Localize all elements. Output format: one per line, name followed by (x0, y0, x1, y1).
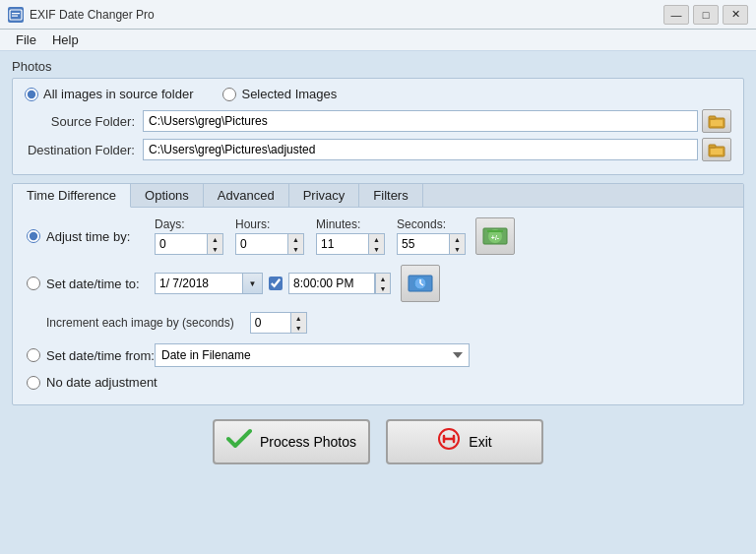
minutes-spinbox: Minutes: ▲ ▼ (316, 217, 385, 255)
time-checkbox[interactable] (269, 277, 283, 290)
hours-up-arrow[interactable]: ▲ (288, 234, 303, 244)
svg-rect-5 (711, 120, 723, 126)
set-datetime-row: Set date/time to: ▼ ▲ ▼ (27, 265, 729, 302)
source-folder-browse-button[interactable] (702, 109, 731, 133)
days-down-arrow[interactable]: ▼ (208, 244, 222, 254)
process-icon (226, 428, 252, 456)
titlebar: EXIF Date Changer Pro — □ ✕ (0, 0, 756, 30)
increment-row: Increment each image by (seconds) ▲ ▼ (27, 312, 729, 334)
adjust-time-row: Adjust time by: Days: ▲ ▼ Hours (27, 217, 729, 255)
window-controls: — □ ✕ (663, 5, 748, 25)
tab-options[interactable]: Options (131, 184, 204, 207)
photos-panel: All images in source folder Selected Ima… (12, 78, 744, 175)
bottom-bar: Process Photos Exit (12, 419, 744, 464)
days-up-arrow[interactable]: ▲ (208, 234, 222, 244)
source-folder-label: Source Folder: (25, 114, 143, 129)
increment-up-arrow[interactable]: ▲ (291, 313, 306, 323)
tab-time-difference[interactable]: Time Difference (13, 184, 131, 208)
set-datetime-image-btn[interactable] (401, 265, 440, 302)
menubar: File Help (0, 30, 756, 51)
svg-rect-4 (709, 116, 716, 119)
time-arrows: ▲ ▼ (375, 273, 391, 294)
photos-section-label: Photos (12, 59, 744, 74)
tab-advanced[interactable]: Advanced (204, 184, 289, 207)
app-icon (8, 7, 24, 23)
increment-down-arrow[interactable]: ▼ (291, 323, 306, 333)
adjust-time-image-btn[interactable]: +/- (475, 217, 515, 255)
time-up-arrow[interactable]: ▲ (376, 274, 390, 283)
radio-set-datetime[interactable] (27, 277, 40, 290)
source-folder-input[interactable] (143, 110, 698, 132)
minutes-down-arrow[interactable]: ▼ (369, 244, 384, 254)
svg-rect-2 (12, 15, 18, 16)
hours-down-arrow[interactable]: ▼ (288, 244, 303, 254)
date-input[interactable] (155, 273, 243, 294)
datefrom-select[interactable]: Date in FilenameEXIF DataFile Modified D… (155, 343, 470, 367)
svg-rect-1 (12, 13, 20, 14)
svg-text:+/-: +/- (491, 234, 500, 241)
menu-help[interactable]: Help (44, 31, 87, 48)
radio-selected-input[interactable] (222, 88, 236, 101)
radio-all-input[interactable] (25, 88, 38, 101)
seconds-label: Seconds: (397, 217, 446, 231)
app-title: EXIF Date Changer Pro (30, 8, 663, 22)
minutes-up-arrow[interactable]: ▲ (369, 234, 384, 244)
seconds-spinbox: Seconds: ▲ ▼ (397, 217, 466, 255)
tab-filters[interactable]: Filters (359, 184, 422, 207)
radio-adjust-time[interactable] (27, 229, 40, 243)
svg-rect-7 (709, 145, 716, 148)
days-arrows: ▲ ▼ (208, 233, 223, 255)
days-label: Days: (155, 217, 185, 231)
hours-spinbox: Hours: ▲ ▼ (235, 217, 304, 255)
increment-arrows: ▲ ▼ (291, 312, 307, 334)
date-dropdown-button[interactable]: ▼ (243, 273, 263, 294)
hours-input[interactable] (235, 233, 288, 255)
dest-folder-input[interactable] (143, 139, 698, 160)
days-spinbox: Days: ▲ ▼ (155, 217, 223, 255)
hours-arrows: ▲ ▼ (288, 233, 304, 255)
increment-input[interactable] (250, 312, 291, 334)
radio-no-date[interactable] (27, 376, 40, 390)
minutes-input[interactable] (316, 233, 369, 255)
no-date-label: No date adjustment (46, 375, 158, 390)
no-date-row: No date adjustment (27, 375, 729, 390)
time-input[interactable] (288, 273, 375, 294)
adjust-time-label: Adjust time by: (46, 229, 155, 244)
menu-file[interactable]: File (8, 31, 44, 48)
days-input[interactable] (155, 233, 208, 255)
radio-all-images[interactable]: All images in source folder (25, 87, 193, 101)
time-down-arrow[interactable]: ▼ (376, 283, 390, 293)
set-datefrom-row: Set date/time from: Date in FilenameEXIF… (27, 343, 729, 367)
exit-button[interactable]: Exit (386, 419, 543, 464)
time-spinboxes: Days: ▲ ▼ Hours: (155, 217, 466, 255)
source-folder-row: Source Folder: (25, 109, 731, 133)
tab-bar: Time Difference Options Advanced Privacy… (13, 184, 743, 208)
dest-folder-browse-button[interactable] (702, 138, 731, 161)
main-content: Photos All images in source folder Selec… (0, 51, 756, 472)
tabs-container: Time Difference Options Advanced Privacy… (12, 183, 744, 405)
set-datefrom-label: Set date/time from: (46, 348, 155, 363)
seconds-down-arrow[interactable]: ▼ (450, 244, 465, 254)
process-photos-label: Process Photos (260, 434, 356, 450)
increment-label: Increment each image by (seconds) (46, 316, 234, 330)
svg-rect-11 (487, 230, 503, 232)
exit-icon (437, 427, 461, 457)
seconds-input[interactable] (397, 233, 450, 255)
radio-selected-label: Selected Images (241, 87, 337, 101)
radio-selected-images[interactable]: Selected Images (222, 87, 337, 101)
minutes-label: Minutes: (316, 217, 360, 231)
maximize-button[interactable]: □ (693, 5, 719, 25)
radio-set-datefrom[interactable] (27, 348, 40, 362)
minimize-button[interactable]: — (663, 5, 689, 25)
tab-privacy[interactable]: Privacy (289, 184, 360, 207)
svg-rect-0 (10, 10, 22, 20)
svg-rect-8 (711, 149, 723, 154)
close-button[interactable]: ✕ (723, 5, 748, 25)
seconds-up-arrow[interactable]: ▲ (450, 234, 465, 244)
process-photos-button[interactable]: Process Photos (213, 419, 370, 464)
radio-all-label: All images in source folder (43, 87, 193, 101)
tab-content-time-difference: Adjust time by: Days: ▲ ▼ Hours (13, 208, 743, 404)
dest-folder-row: Destination Folder: (25, 138, 731, 161)
hours-label: Hours: (235, 217, 270, 231)
minutes-arrows: ▲ ▼ (369, 233, 385, 255)
